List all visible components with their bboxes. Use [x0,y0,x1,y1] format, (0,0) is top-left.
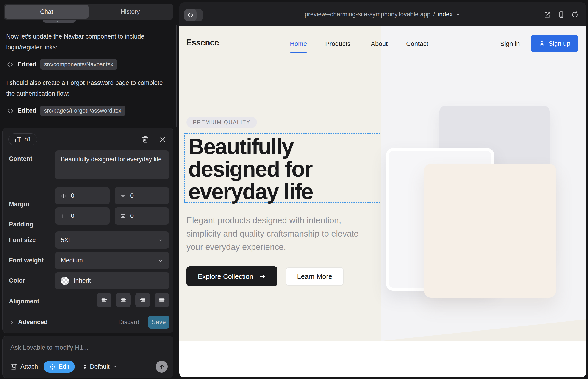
type-icon: TT [14,136,21,143]
site-navbar: Essence Home Products About Contact Sign… [179,26,586,60]
font-weight-value: Medium [61,257,83,264]
default-model-select[interactable]: Default [80,363,117,370]
margin-y-value: 0 [130,192,134,199]
tab-history[interactable]: History [89,5,172,19]
url-page: index [438,11,453,18]
color-label: Color [9,277,25,284]
margin-x-value: 0 [71,192,74,199]
edited-file-path[interactable]: src/components/Navbar.tsx [40,59,118,69]
nav-link-about[interactable]: About [371,40,387,47]
delete-element-button[interactable] [140,135,150,144]
chevron-down-icon [112,364,117,369]
app-window: Chat History ·· Now let's update the Nav… [0,0,588,379]
open-external-button[interactable] [543,11,551,19]
font-size-value: 5XL [61,237,72,244]
color-value: Inherit [74,277,91,284]
content-textarea[interactable]: Beautifully designed for everyday life [55,151,169,179]
padding-x-icon [60,213,67,219]
content-label: Content [9,155,32,162]
refresh-button[interactable] [571,11,579,19]
padding-y-input[interactable]: 0 [115,207,169,225]
url-separator: / [433,11,435,18]
padding-label: Padding [9,221,33,228]
margin-y-icon [120,193,126,199]
composer-input[interactable]: Ask Lovable to modify H1... [10,344,89,351]
chevron-right-icon [9,320,15,325]
padding-x-value: 0 [71,212,74,220]
chat-scrollbar[interactable] [176,25,177,127]
sliders-icon [80,363,87,370]
learn-more-button[interactable]: Learn More [286,267,343,286]
advanced-toggle[interactable]: Advanced [9,319,48,326]
padding-y-value: 0 [130,212,134,220]
hero-heading[interactable]: Beautifully designed for everyday life [188,135,372,203]
align-justify-button[interactable] [155,293,169,307]
alignment-label: Alignment [9,298,39,305]
save-button[interactable]: Save [148,316,169,329]
align-left-button[interactable] [97,293,111,307]
chat-sidebar: Chat History ·· Now let's update the Nav… [0,0,178,379]
align-center-button[interactable] [116,293,131,307]
chat-composer: Ask Lovable to modify H1... Attach Edit [2,336,173,378]
edited-file-path[interactable]: src/pages/ForgotPassword.tsx [40,106,125,116]
font-size-label: Font size [9,237,36,244]
user-icon [539,40,545,47]
site-canvas: Essence Home Products About Contact Sign… [179,26,586,377]
nav-link-products[interactable]: Products [325,40,351,47]
nav-link-contact[interactable]: Contact [406,40,428,47]
close-editor-button[interactable] [158,135,167,144]
preview-url-bar[interactable]: preview--charming-site-symphony.lovable.… [179,2,586,26]
chat-history-tabbar: Chat History [4,4,173,20]
margin-label: Margin [9,201,29,208]
edit-mode-button[interactable]: Edit [44,361,75,373]
target-icon [49,363,56,370]
edited-file-row[interactable]: Edited src/pages/ForgotPassword.tsx [7,106,125,116]
element-editor-panel: TT h1 Content Beautifully designed for e… [2,127,173,333]
hero-paragraph: Elegant products designed with intention… [186,214,372,254]
align-right-button[interactable] [135,293,150,307]
code-icon [7,61,14,68]
edited-label: Edited [17,61,36,68]
margin-y-input[interactable]: 0 [115,187,169,205]
nav-link-home[interactable]: Home [290,40,307,47]
mobile-view-button[interactable] [557,11,565,19]
chevron-down-icon [455,12,461,17]
discard-button[interactable]: Discard [118,319,139,326]
url-host: preview--charming-site-symphony.lovable.… [305,11,431,18]
send-button[interactable] [156,361,168,373]
explore-collection-button[interactable]: Explore Collection [186,266,278,286]
sign-in-link[interactable]: Sign in [500,40,520,47]
color-swatch [61,277,69,285]
tab-chat[interactable]: Chat [5,5,89,19]
default-label: Default [90,363,110,370]
code-icon [7,107,14,114]
chevron-down-icon [157,237,164,243]
sign-up-label: Sign up [549,40,570,47]
font-weight-label: Font weight [9,257,44,264]
premium-quality-badge: PREMIUM QUALITY [186,117,257,128]
color-select[interactable]: Inherit [55,272,169,289]
scrolled-message-pill: ·· [43,19,76,23]
margin-x-input[interactable]: 0 [55,187,110,205]
font-size-select[interactable]: 5XL [55,232,169,249]
padding-x-input[interactable]: 0 [55,207,110,225]
margin-x-icon [60,193,67,199]
deco-card-beige [424,164,556,298]
font-weight-select[interactable]: Medium [55,252,169,269]
composer-toolbar: Attach Edit Default [10,360,168,373]
preview-panel: preview--charming-site-symphony.lovable.… [179,2,586,377]
edited-file-row[interactable]: Edited src/components/Navbar.tsx [7,59,117,69]
attach-label: Attach [20,363,38,370]
edit-label: Edit [59,363,69,370]
assistant-message: Now let's update the Navbar component to… [6,31,169,53]
advanced-label: Advanced [18,319,48,326]
sign-up-button[interactable]: Sign up [531,35,578,52]
edited-label: Edited [17,107,36,114]
preview-topbar: preview--charming-site-symphony.lovable.… [179,2,586,26]
image-plus-icon [10,363,17,370]
selected-h1-outline[interactable]: Beautifully designed for everyday life [184,133,380,203]
padding-y-icon [120,213,126,219]
attach-button[interactable]: Attach [10,363,38,370]
site-logo[interactable]: Essence [186,38,219,47]
chevron-down-icon [157,258,164,264]
